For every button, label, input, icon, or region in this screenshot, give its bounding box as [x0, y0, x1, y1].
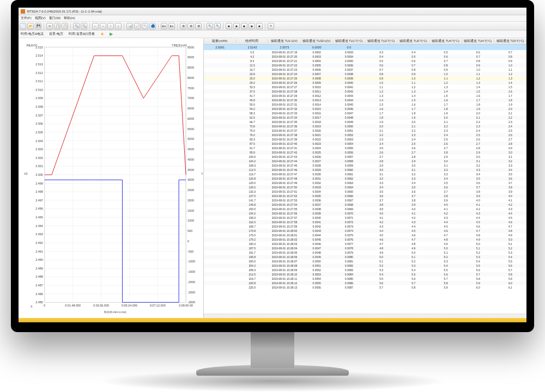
- table-row[interactable]: 220.82019-08-01 10:28:120.00550.00865.65…: [204, 281, 526, 285]
- toolbar-button[interactable]: 🔵: [149, 23, 156, 29]
- menu-item[interactable]: 窗口(W): [49, 16, 61, 21]
- toolbar-button[interactable]: 📂: [27, 23, 34, 29]
- toolbar-button[interactable]: ✂: [46, 23, 53, 29]
- table-row[interactable]: 20.82019-08-01 10:27:240.00070.00380.80.…: [204, 72, 526, 76]
- table-row[interactable]: 212.52019-08-01 10:28:100.00530.00845.45…: [204, 272, 526, 277]
- toolbar-button[interactable]: ←: [92, 23, 99, 29]
- column-header[interactable]: 辅助通道 TU2:T(°C): [365, 39, 397, 43]
- table-row[interactable]: 66.72019-08-01 10:27:350.00180.00491.92.…: [204, 120, 526, 124]
- table-row[interactable]: 175.02019-08-01 10:28:010.00440.00754.54…: [204, 233, 526, 237]
- table-row[interactable]: 45.82019-08-01 10:27:300.00130.00441.41.…: [204, 98, 526, 102]
- table-row[interactable]: 120.82019-08-01 10:27:480.00310.00623.23…: [204, 176, 526, 181]
- toolbar-button[interactable]: ■: [226, 23, 232, 29]
- horizontal-scrollbar[interactable]: [204, 314, 526, 318]
- toolbar-button[interactable]: ⚙: [187, 23, 194, 29]
- table-body[interactable]: 0.02019-08-01 10:27:190.00020.00330.30.4…: [204, 50, 526, 290]
- table-row[interactable]: 225.02019-08-01 10:28:130.00560.00875.75…: [204, 285, 526, 290]
- table-row[interactable]: 37.52019-08-01 10:27:280.00110.00421.21.…: [204, 89, 526, 94]
- column-header[interactable]: 能量(mWh): [204, 39, 236, 43]
- toolbar-button[interactable]: 🔍: [81, 23, 87, 29]
- toolbar-button[interactable]: ⚙: [180, 23, 186, 29]
- table-row[interactable]: 150.02019-08-01 10:27:550.00380.00693.94…: [204, 207, 526, 211]
- toolbar-button[interactable]: ⚙: [195, 23, 202, 29]
- table-summary-row[interactable]: 2.50012.51432.50730.00000.0: [204, 45, 526, 50]
- table-row[interactable]: 170.82019-08-01 10:28:000.00430.00744.44…: [204, 229, 526, 233]
- column-header[interactable]: 辅助通道 TU5:T(°C): [494, 39, 526, 43]
- toolbar-button[interactable]: 📋: [54, 23, 60, 29]
- table-row[interactable]: 95.82019-08-01 10:27:420.00250.00562.62.…: [204, 150, 526, 155]
- table-row[interactable]: 100.02019-08-01 10:27:430.00260.00572.72…: [204, 155, 526, 159]
- table-row[interactable]: 4.22019-08-01 10:27:200.00030.00340.40.5…: [204, 54, 526, 59]
- table-row[interactable]: 129.22019-08-01 10:27:500.00330.00643.43…: [204, 185, 526, 189]
- toolbar-button[interactable]: ■: [241, 23, 247, 29]
- toolbar-button[interactable]: ↑: [107, 23, 114, 29]
- toolbar-button[interactable]: 💾: [35, 23, 41, 29]
- table-row[interactable]: 62.52019-08-01 10:27:340.00170.00481.81.…: [204, 115, 526, 120]
- table-row[interactable]: 216.72019-08-01 10:28:110.00540.00855.55…: [204, 277, 526, 281]
- table-row[interactable]: 25.02019-08-01 10:27:250.00080.00390.91.…: [204, 76, 526, 81]
- table-row[interactable]: 125.02019-08-01 10:27:490.00320.00633.33…: [204, 181, 526, 185]
- table-row[interactable]: 145.82019-08-01 10:27:540.00370.00683.83…: [204, 203, 526, 207]
- table-row[interactable]: 83.32019-08-01 10:27:390.00220.00532.32.…: [204, 137, 526, 142]
- toolbar-button[interactable]: 🔧: [214, 23, 221, 29]
- table-row[interactable]: 166.72019-08-01 10:27:590.00420.00734.34…: [204, 224, 526, 229]
- toolbar-button[interactable]: 📊: [126, 23, 133, 29]
- toolbar-button[interactable]: ■: [233, 23, 240, 29]
- toolbar-button[interactable]: 📉: [142, 23, 148, 29]
- table-row[interactable]: 75.02019-08-01 10:27:370.00200.00512.12.…: [204, 128, 526, 133]
- toolbar-button[interactable]: 🔧: [207, 23, 213, 29]
- play-icon[interactable]: ▶: [110, 32, 113, 36]
- toolbar-button[interactable]: ↓: [115, 23, 122, 29]
- table-row[interactable]: 133.32019-08-01 10:27:510.00340.00653.53…: [204, 189, 526, 194]
- table-row[interactable]: 191.72019-08-01 10:28:050.00480.00794.95…: [204, 250, 526, 255]
- toolbar-button[interactable]: 📄: [20, 23, 26, 29]
- table-row[interactable]: 158.32019-08-01 10:27:570.00400.00714.14…: [204, 216, 526, 220]
- line-chart[interactable]: 2.4852.4862.4872.4882.4892.4902.4912.492…: [19, 38, 203, 318]
- column-header[interactable]: 辅助通道 TU32:U(V): [301, 39, 333, 43]
- table-row[interactable]: 187.52019-08-01 10:28:040.00470.00784.84…: [204, 246, 526, 250]
- menu-item[interactable]: 文件(F): [21, 16, 32, 21]
- star-icon[interactable]: ★: [100, 32, 104, 36]
- column-header[interactable]: 绝对时间: [236, 39, 268, 43]
- table-row[interactable]: 141.72019-08-01 10:27:530.00360.00673.73…: [204, 198, 526, 203]
- table-row[interactable]: 200.02019-08-01 10:28:070.00500.00815.15…: [204, 259, 526, 264]
- table-row[interactable]: 33.32019-08-01 10:27:270.00100.00411.11.…: [204, 85, 526, 89]
- table-row[interactable]: 58.32019-08-01 10:27:330.00160.00471.71.…: [204, 111, 526, 115]
- menu-item[interactable]: 视图(V): [35, 16, 46, 21]
- table-row[interactable]: 204.22019-08-01 10:28:080.00510.00825.25…: [204, 264, 526, 268]
- table-row[interactable]: 50.02019-08-01 10:27:310.00140.00451.51.…: [204, 102, 526, 107]
- titlebar[interactable]: BTSDA 7.6.0.249(2019.01.17) (R3) - [1-1-…: [19, 8, 526, 15]
- toolbar-button[interactable]: Ex: [168, 23, 175, 29]
- toolbar-button[interactable]: 🔍: [73, 23, 80, 29]
- column-header[interactable]: 辅助通道 TU1:U(V): [268, 39, 300, 43]
- mode-tab-1[interactable]: 时间-电压&电流: [21, 32, 44, 36]
- table-row[interactable]: 116.72019-08-01 10:27:470.00300.00613.13…: [204, 172, 526, 176]
- toolbar-button[interactable]: ■: [249, 23, 255, 29]
- table-row[interactable]: 112.52019-08-01 10:27:460.00290.00603.03…: [204, 168, 526, 172]
- column-header[interactable]: 辅助通道 TU4:T(°C): [462, 39, 494, 43]
- table-row[interactable]: 183.32019-08-01 10:28:030.00460.00774.74…: [204, 242, 526, 246]
- toolbar-button[interactable]: ■: [256, 23, 263, 29]
- table-row[interactable]: 162.52019-08-01 10:27:580.00410.00724.24…: [204, 220, 526, 224]
- menu-item[interactable]: 帮助(H): [64, 16, 75, 21]
- table-row[interactable]: 0.02019-08-01 10:27:190.00020.00330.30.4…: [204, 50, 526, 54]
- table-row[interactable]: 154.22019-08-01 10:27:560.00390.00704.04…: [204, 211, 526, 216]
- table-row[interactable]: 12.52019-08-01 10:27:220.00050.00360.60.…: [204, 63, 526, 68]
- table-row[interactable]: 104.22019-08-01 10:27:440.00270.00582.82…: [204, 159, 526, 163]
- toolbar-button[interactable]: En: [161, 23, 167, 29]
- table-row[interactable]: 108.32019-08-01 10:27:450.00280.00592.93…: [204, 163, 526, 168]
- table-row[interactable]: 41.72019-08-01 10:27:290.00120.00431.31.…: [204, 94, 526, 98]
- table-row[interactable]: 79.22019-08-01 10:27:380.00210.00522.22.…: [204, 133, 526, 137]
- column-header[interactable]: 辅助通道 TU1:T(°C): [333, 39, 365, 43]
- table-row[interactable]: 91.72019-08-01 10:27:410.00240.00552.52.…: [204, 146, 526, 150]
- column-header[interactable]: 辅助通道 TU4:T(°C): [429, 39, 462, 43]
- table-row[interactable]: 208.32019-08-01 10:28:090.00520.00835.35…: [204, 268, 526, 272]
- mode-tab-3[interactable]: 时间-百里&比容量: [69, 32, 95, 36]
- table-row[interactable]: 179.22019-08-01 10:28:020.00450.00764.64…: [204, 237, 526, 242]
- table-header[interactable]: 能量(mWh)绝对时间辅助通道 TU1:U(V)辅助通道 TU32:U(V)辅助…: [204, 38, 526, 45]
- table-row[interactable]: 29.22019-08-01 10:27:260.00090.00401.01.…: [204, 81, 526, 85]
- toolbar-button[interactable]: ?: [268, 23, 274, 29]
- table-row[interactable]: 16.72019-08-01 10:27:230.00060.00370.70.…: [204, 68, 526, 72]
- table-row[interactable]: 137.52019-08-01 10:27:520.00350.00663.63…: [204, 194, 526, 198]
- column-header[interactable]: 辅助通道 TU3:T(°C): [397, 39, 429, 43]
